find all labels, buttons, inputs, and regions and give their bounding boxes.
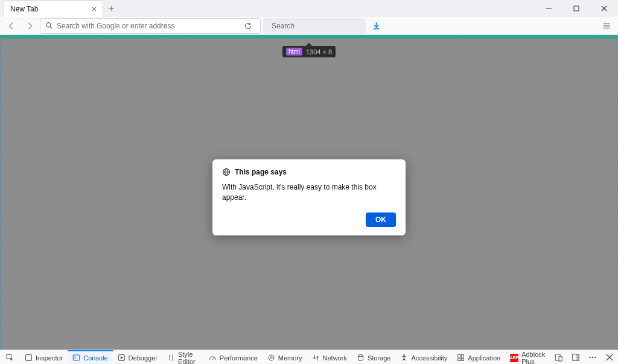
svg-rect-16 [26,355,32,361]
content-area: html 1304 × 8 This page says With JavaSc… [0,35,618,350]
reload-button[interactable] [241,22,255,30]
svg-point-22 [358,355,363,357]
svg-rect-27 [462,358,464,360]
tab-accessibility[interactable]: Accessibility [395,350,452,364]
close-tab-icon[interactable]: × [92,4,97,14]
tab-title: New Tab [10,5,38,13]
svg-point-20 [269,355,274,360]
tooltip-tag: html [286,48,302,56]
devtools-toolbar: Inspector Console Debugger Style Editor … [0,350,618,364]
svg-line-5 [50,27,52,28]
tab-console[interactable]: Console [68,350,112,364]
back-button[interactable] [4,18,19,34]
dock-side-button[interactable] [567,350,584,364]
tab-network[interactable]: Network [307,350,352,364]
downloads-button[interactable] [368,18,384,34]
toolbar [0,17,618,35]
svg-rect-17 [73,355,80,360]
alert-dialog: This page says With JavaScript, it's rea… [212,159,406,235]
dialog-message: With JavaScript, it's really easy to mak… [222,182,396,203]
tab-application[interactable]: Application [452,350,505,364]
tab-performance[interactable]: Performance [204,350,263,364]
ok-button[interactable]: OK [366,212,396,227]
tabstrip: New Tab × + [0,0,120,17]
search-input[interactable] [272,22,362,30]
url-input[interactable] [57,22,237,30]
svg-rect-31 [576,354,579,360]
svg-rect-24 [458,355,460,357]
close-devtools-button[interactable] [601,350,618,364]
svg-rect-26 [458,358,460,360]
globe-icon [222,168,231,176]
more-options-button[interactable] [584,350,601,364]
element-tooltip: html 1304 × 8 [282,46,336,57]
maximize-button[interactable] [562,0,590,17]
tab-memory[interactable]: Memory [263,350,307,364]
svg-rect-1 [574,6,579,11]
svg-line-19 [212,358,214,360]
element-picker[interactable] [0,350,20,364]
new-tab-button[interactable]: + [103,0,120,17]
svg-point-23 [404,354,405,356]
browser-tab[interactable]: New Tab × [4,0,103,17]
close-window-button[interactable] [590,0,618,17]
svg-rect-25 [462,355,464,357]
dialog-actions: OK [222,212,396,227]
tab-style-editor[interactable]: Style Editor [162,350,204,364]
responsive-mode-button[interactable] [550,350,567,364]
svg-point-34 [594,356,596,357]
forward-button[interactable] [22,18,37,34]
app-menu-button[interactable] [599,18,614,34]
dialog-header: This page says [222,168,396,176]
svg-point-21 [270,357,272,359]
tab-debugger[interactable]: Debugger [113,350,162,364]
titlebar: New Tab × + [0,0,618,17]
url-bar[interactable] [40,18,261,34]
search-bar[interactable] [263,18,366,34]
minimize-button[interactable] [535,0,562,17]
tab-adblock[interactable]: ABPAdblock Plus [505,350,550,364]
dialog-title: This page says [235,168,287,176]
svg-rect-29 [559,356,562,361]
abp-icon: ABP [510,354,518,362]
devtools-right [550,350,618,364]
tooltip-dimensions: 1304 × 8 [306,48,332,56]
svg-point-32 [589,356,590,357]
tab-inspector[interactable]: Inspector [20,350,68,364]
window-controls [535,0,618,17]
search-icon [45,22,53,30]
tab-storage[interactable]: Storage [352,350,396,364]
svg-point-33 [592,356,593,357]
svg-point-4 [46,23,51,27]
